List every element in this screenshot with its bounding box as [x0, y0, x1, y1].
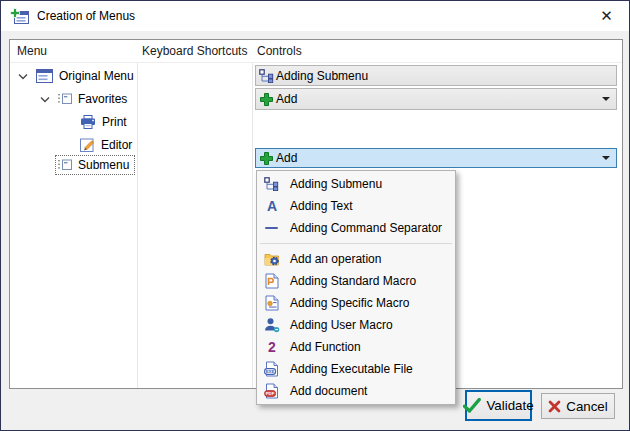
menu-separator	[257, 239, 455, 248]
menu-item-adding-executable-file[interactable]: EXE Adding Executable File	[257, 358, 455, 380]
menu-item-label: Adding Standard Macro	[290, 274, 416, 288]
svg-text:2: 2	[268, 339, 276, 355]
submenu-hierarchy-icon	[259, 69, 274, 83]
close-icon[interactable]: ✕	[584, 1, 629, 30]
svg-text:A: A	[266, 198, 276, 214]
tree-item-label[interactable]: Favorites	[78, 92, 127, 106]
dropdown-arrow-icon[interactable]	[602, 156, 610, 160]
table-header: Menu Keyboard Shortcuts Controls	[10, 40, 622, 63]
menu-item-adding-user-macro[interactable]: Adding User Macro	[257, 314, 455, 336]
tree-item-label[interactable]: Original Menu	[59, 69, 134, 83]
menu-item-add-an-operation[interactable]: Add an operation	[257, 248, 455, 270]
menu-item-label: Adding Command Separator	[290, 221, 442, 235]
add-dropdown-submenu[interactable]: Add	[255, 148, 617, 168]
control-button-label: Adding Submenu	[276, 69, 368, 83]
tree-item-original-menu[interactable]: Original Menu	[10, 65, 258, 87]
menu-item-adding-submenu[interactable]: Adding Submenu	[257, 173, 455, 195]
plus-icon	[259, 92, 274, 107]
tree-item-submenu[interactable]: Submenu	[10, 154, 295, 176]
submenu-hierarchy-icon	[263, 177, 280, 191]
submenu-icon	[58, 93, 72, 105]
menu-item-adding-command-separator[interactable]: Adding Command Separator	[257, 217, 455, 239]
editor-icon	[80, 138, 95, 152]
chevron-down-icon[interactable]	[18, 71, 28, 81]
x-icon	[548, 400, 561, 413]
tree-item-label[interactable]: Submenu	[78, 158, 129, 172]
menu-item-label: Adding Executable File	[290, 362, 413, 376]
cancel-button-label: Cancel	[566, 399, 608, 414]
control-button-label: Add	[276, 151, 297, 165]
titlebar: Creation of Menus ✕	[1, 1, 629, 31]
check-icon	[463, 398, 481, 413]
tree-item-label[interactable]: Print	[102, 115, 127, 129]
tree-item-label[interactable]: Editor	[101, 138, 132, 152]
tree-item-favorites[interactable]: Favorites	[10, 88, 280, 110]
validate-button-label: Validate	[486, 398, 533, 413]
svg-text:EXE: EXE	[266, 369, 275, 374]
column-header-shortcuts[interactable]: Keyboard Shortcuts	[142, 44, 247, 58]
specific-macro-page-icon	[263, 295, 280, 311]
column-header-controls[interactable]: Controls	[257, 44, 302, 58]
column-header-menu[interactable]: Menu	[17, 44, 47, 58]
executable-file-icon: EXE	[263, 361, 280, 377]
menu-item-add-document[interactable]: PDF Add document	[257, 380, 455, 402]
menu-plus-app-icon	[10, 8, 29, 25]
window-title: Creation of Menus	[37, 9, 135, 23]
creation-of-menus-dialog: Creation of Menus ✕ Menu Keyboard Shortc…	[0, 0, 630, 431]
menu-icon	[36, 69, 53, 83]
dropdown-arrow-icon[interactable]	[602, 97, 610, 101]
function-icon: 2	[263, 339, 280, 355]
menu-item-adding-text[interactable]: A Adding Text	[257, 195, 455, 217]
add-dropdown-popup-menu: Adding Submenu A Adding Text Adding Comm…	[256, 170, 456, 405]
control-button-label: Add	[276, 92, 297, 106]
standard-macro-page-icon	[263, 273, 280, 289]
menu-item-adding-standard-macro[interactable]: Adding Standard Macro	[257, 270, 455, 292]
validate-button[interactable]: Validate	[465, 390, 532, 421]
text-icon: A	[263, 198, 280, 214]
submenu-icon	[58, 159, 72, 171]
document-icon: PDF	[263, 383, 280, 399]
menu-item-label: Adding User Macro	[290, 318, 393, 332]
tree-item-print[interactable]: Print	[10, 111, 320, 133]
tree-selection-focus-ring: Submenu	[55, 155, 135, 175]
menu-item-label: Add Function	[290, 340, 361, 354]
print-icon	[80, 115, 96, 129]
chevron-down-icon[interactable]	[40, 94, 50, 104]
menu-item-label: Adding Text	[290, 199, 353, 213]
menu-item-adding-specific-macro[interactable]: Adding Specific Macro	[257, 292, 455, 314]
user-macro-person-icon	[263, 317, 280, 333]
separator-line-icon	[263, 220, 280, 236]
menu-item-label: Add an operation	[290, 252, 381, 266]
menu-item-label: Adding Submenu	[290, 177, 382, 191]
menu-item-label: Adding Specific Macro	[290, 296, 409, 310]
svg-text:PDF: PDF	[266, 391, 275, 396]
plus-icon	[259, 151, 274, 166]
menu-item-label: Add document	[290, 384, 367, 398]
operation-folder-gear-icon	[263, 252, 280, 267]
add-dropdown-favorites[interactable]: Add	[255, 88, 617, 110]
cancel-button[interactable]: Cancel	[541, 393, 615, 419]
adding-submenu-button[interactable]: Adding Submenu	[255, 65, 617, 86]
menu-item-add-function[interactable]: 2 Add Function	[257, 336, 455, 358]
